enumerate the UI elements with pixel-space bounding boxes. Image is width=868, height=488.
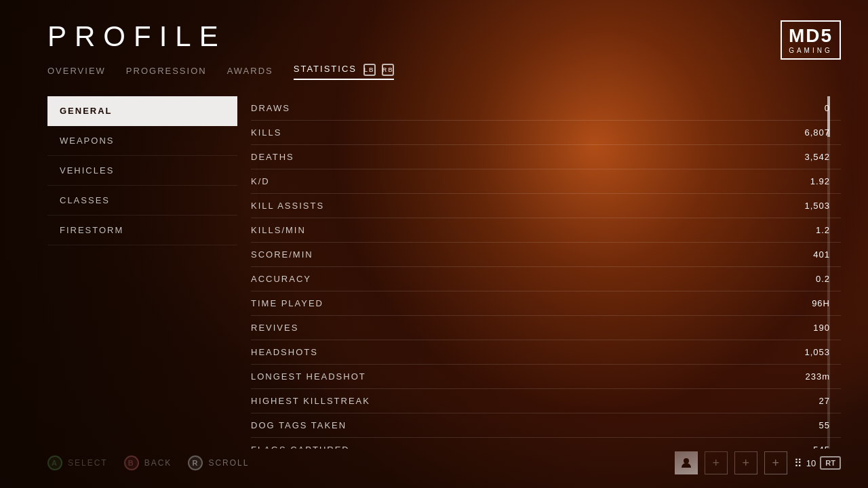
stat-label: ACCURACY bbox=[251, 274, 311, 284]
stat-value: 545 bbox=[789, 445, 830, 449]
scroll-thumb bbox=[827, 96, 830, 137]
logo-md5: MD5 bbox=[789, 26, 833, 47]
page-title: PROFILE bbox=[47, 20, 841, 53]
sidebar-item-vehicles[interactable]: VEHICLES bbox=[47, 156, 237, 186]
stat-label: TIME PLAYED bbox=[251, 298, 323, 308]
table-row: KILL ASSISTS 1,503 bbox=[251, 194, 841, 218]
table-row: REVIVES 190 bbox=[251, 316, 841, 340]
table-row: DOG TAGS TAKEN 55 bbox=[251, 413, 841, 438]
stat-value: 1,053 bbox=[789, 347, 830, 357]
table-row: LONGEST HEADSHOT 233m bbox=[251, 365, 841, 389]
stat-label: LONGEST HEADSHOT bbox=[251, 371, 366, 382]
nav-tabs: OVERVIEW PROGRESSION AWARDS STATISTICS L… bbox=[47, 64, 841, 80]
stat-value: 1.92 bbox=[789, 176, 830, 186]
table-row: DRAWS 0 bbox=[251, 96, 841, 121]
table-row: KILLS 6,807 bbox=[251, 121, 841, 145]
stat-value: 96H bbox=[789, 298, 830, 308]
stat-label: KILLS/MIN bbox=[251, 225, 306, 235]
stat-rows: DRAWS 0 KILLS 6,807 DEATHS 3,542 K/D 1.9… bbox=[251, 96, 841, 449]
stat-value: 6,807 bbox=[789, 127, 830, 138]
stat-label: FLAGS CAPTURED bbox=[251, 445, 350, 449]
table-row: K/D 1.92 bbox=[251, 169, 841, 194]
stat-value: 55 bbox=[789, 420, 830, 430]
sidebar: GENERAL WEAPONS VEHICLES CLASSES FIRESTO… bbox=[47, 96, 237, 449]
table-row: HEADSHOTS 1,053 bbox=[251, 340, 841, 365]
tab-overview[interactable]: OVERVIEW bbox=[47, 66, 106, 79]
table-row: TIME PLAYED 96H bbox=[251, 291, 841, 316]
stat-label: REVIVES bbox=[251, 323, 298, 333]
stat-label: HIGHEST KILLSTREAK bbox=[251, 396, 370, 406]
stat-label: SCORE/MIN bbox=[251, 249, 313, 260]
stat-label: DRAWS bbox=[251, 103, 290, 113]
stat-label: K/D bbox=[251, 176, 270, 186]
stat-value: 1,503 bbox=[789, 201, 830, 211]
logo-gaming: GAMING bbox=[789, 47, 833, 54]
rb-badge: RB bbox=[382, 64, 394, 76]
stat-label: KILL ASSISTS bbox=[251, 201, 324, 211]
table-row: SCORE/MIN 401 bbox=[251, 243, 841, 267]
sidebar-item-classes[interactable]: CLASSES bbox=[47, 186, 237, 216]
table-row: HIGHEST KILLSTREAK 27 bbox=[251, 389, 841, 413]
lb-badge: LB bbox=[363, 64, 376, 76]
stat-value: 233m bbox=[789, 371, 830, 382]
stat-label: HEADSHOTS bbox=[251, 347, 318, 357]
stat-label: DEATHS bbox=[251, 152, 294, 162]
stat-value: 401 bbox=[789, 249, 830, 260]
sidebar-item-weapons[interactable]: WEAPONS bbox=[47, 126, 237, 156]
stat-value: 27 bbox=[789, 396, 830, 406]
stat-value: 3,542 bbox=[789, 152, 830, 162]
table-row: KILLS/MIN 1.2 bbox=[251, 218, 841, 243]
logo: MD5 GAMING bbox=[781, 20, 841, 60]
stats-panel: DRAWS 0 KILLS 6,807 DEATHS 3,542 K/D 1.9… bbox=[251, 96, 841, 449]
sidebar-item-general[interactable]: GENERAL bbox=[47, 96, 237, 126]
stat-value: 1.2 bbox=[789, 225, 830, 235]
main-content: MD5 GAMING PROFILE OVERVIEW PROGRESSION … bbox=[0, 0, 868, 488]
stat-label: KILLS bbox=[251, 127, 281, 138]
scroll-indicator bbox=[827, 96, 830, 449]
table-row: DEATHS 3,542 bbox=[251, 145, 841, 169]
tab-awards[interactable]: AWARDS bbox=[227, 66, 273, 79]
stat-value: 190 bbox=[789, 323, 830, 333]
sidebar-item-firestorm[interactable]: FIRESTORM bbox=[47, 216, 237, 245]
tab-statistics[interactable]: STATISTICS LB RB bbox=[294, 64, 394, 80]
table-row: ACCURACY 0.2 bbox=[251, 267, 841, 291]
stat-value: 0 bbox=[789, 103, 830, 113]
tab-progression[interactable]: PROGRESSION bbox=[126, 66, 207, 79]
stat-label: DOG TAGS TAKEN bbox=[251, 420, 347, 430]
table-row: FLAGS CAPTURED 545 bbox=[251, 438, 841, 449]
stat-value: 0.2 bbox=[789, 274, 830, 284]
main-layout: GENERAL WEAPONS VEHICLES CLASSES FIRESTO… bbox=[47, 96, 841, 449]
